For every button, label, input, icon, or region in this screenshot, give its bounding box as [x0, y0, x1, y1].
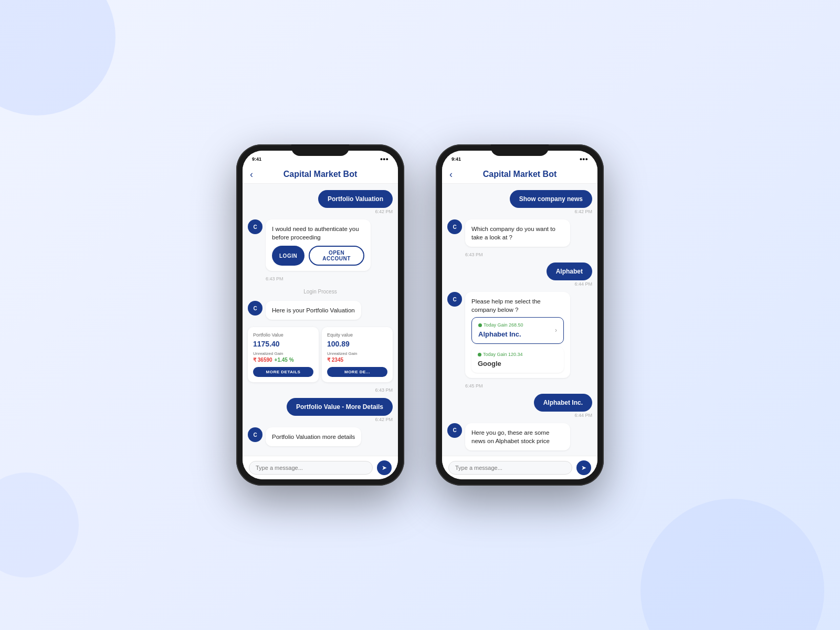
notch-1 — [291, 144, 349, 156]
company-card-alphabet[interactable]: Today Gain 268.50 Alphabet Inc. › — [471, 317, 564, 344]
card2-value: 100.89 — [327, 340, 387, 348]
bubble-portfolio-text: Here is your Portfolio Valuation — [266, 301, 361, 320]
back-button-2[interactable]: ‹ — [449, 169, 453, 180]
bot-avatar-2: C — [248, 301, 262, 316]
msg-more-details: Portfolio Value - More Details 6:42 PM — [248, 398, 393, 423]
msg-portfolio-text-row: C Here is your Portfolio Valuation — [248, 301, 393, 320]
user-btn-alphabet-inc: Alphabet Inc. — [534, 394, 592, 412]
alphabet-gain-dot — [478, 323, 482, 327]
company-card-google-row: Today Gain 120.34 Google — [478, 351, 558, 369]
bg-decoration-tl — [0, 0, 116, 116]
portfolio-card-1: Portfolio Value 1175.40 Unrealized Gain … — [248, 327, 319, 382]
google-gain-text: Today Gain 120.34 — [483, 351, 523, 358]
alphabet-gain-text: Today Gain 268.50 — [484, 322, 523, 329]
alphabet-chevron: › — [555, 326, 557, 335]
user-btn-portfolio: Portfolio Valuation — [318, 190, 393, 208]
chat-area-1: Portfolio Valuation 6:42 PM C I would ne… — [243, 184, 398, 456]
chat-area-2: Show company news 6:42 PM C Which compan… — [442, 184, 597, 456]
bubble-auth: I would need to authenticate you before … — [266, 219, 371, 271]
message-input-1[interactable] — [249, 461, 373, 475]
status-time-1: 9:41 — [252, 156, 261, 162]
msg-more-details-bot-row: C Portfolio Valuation more details — [248, 427, 393, 446]
status-icons-2: ●●● — [580, 156, 588, 162]
phones-container: 9:41 ●●● ‹ Capital Market Bot Portfolio … — [236, 144, 604, 486]
send-button-1[interactable]: ➤ — [377, 460, 392, 475]
phone-2: 9:41 ●●● ‹ Capital Market Bot Show compa… — [436, 144, 604, 486]
msg-portfolio-valuation: Portfolio Valuation 6:42 PM — [248, 190, 393, 215]
app-header-1: ‹ Capital Market Bot — [243, 165, 398, 184]
google-gain-dot — [478, 353, 481, 356]
user-btn-alphabet: Alphabet — [547, 262, 592, 280]
portfolio-cards: Portfolio Value 1175.40 Unrealized Gain … — [248, 327, 393, 382]
msg-alphabet-inc: Alphabet Inc. 6:44 PM — [447, 394, 592, 419]
card2-gain-label: Unrealized Gain — [327, 351, 387, 356]
card1-gain-pct: +1.45 % — [275, 357, 294, 363]
company-card-alphabet-row: Today Gain 268.50 Alphabet Inc. › — [478, 322, 557, 339]
msg-company-news: Show company news 6:42 PM — [447, 190, 592, 215]
auth-text: I would need to authenticate you before … — [272, 226, 359, 240]
card2-more-btn[interactable]: MORE DE... — [327, 367, 387, 377]
login-process-divider: Login Process — [248, 289, 393, 295]
bot-avatar-p2-3: C — [447, 423, 462, 438]
card1-gain-row: ₹ 36590 +1.45 % — [253, 357, 313, 363]
bot-avatar-p2-2: C — [447, 292, 462, 307]
msg-auth-row: C I would need to authenticate you befor… — [248, 219, 393, 271]
msg-select-company-row: C Please help me select the company belo… — [447, 292, 592, 378]
status-time-2: 9:41 — [452, 156, 461, 162]
timestamp-company-news: 6:42 PM — [574, 209, 592, 214]
timestamp-which-company: 6:43 PM — [465, 252, 592, 257]
portfolio-card-2: Equity value 100.89 Unrealized Gain ₹ 23… — [322, 327, 393, 382]
phone-1-inner: 9:41 ●●● ‹ Capital Market Bot Portfolio … — [243, 151, 398, 479]
msg-which-company-row: C Which company do you want to take a lo… — [447, 219, 592, 247]
timestamp-select-company: 6:45 PM — [465, 383, 592, 388]
bubble-which-company: Which company do you want to take a look… — [465, 219, 570, 247]
msg-alphabet: Alphabet 6:44 PM — [447, 262, 592, 288]
phone-1: 9:41 ●●● ‹ Capital Market Bot Portfolio … — [236, 144, 404, 486]
card1-gain-val: ₹ 36590 — [253, 357, 272, 363]
bot-avatar-1: C — [248, 219, 262, 234]
timestamp-portfolio: 6:42 PM — [375, 209, 393, 214]
card1-more-btn[interactable]: MORE DETAILS — [253, 367, 313, 377]
login-button[interactable]: LOGIN — [272, 246, 304, 266]
msg-news-row: C Here you go, these are some news on Al… — [447, 423, 592, 450]
phone-2-inner: 9:41 ●●● ‹ Capital Market Bot Show compa… — [442, 151, 597, 479]
notch-2 — [491, 144, 549, 156]
user-btn-more-details: Portfolio Value - More Details — [287, 398, 393, 416]
select-company-text: Please help me select the company below … — [471, 298, 541, 313]
bubble-news: Here you go, these are some news on Alph… — [465, 423, 570, 450]
timestamp-more-details: 6:42 PM — [375, 417, 393, 422]
card2-gain-row: ₹ 2345 — [327, 357, 387, 363]
bubble-more-details: Portfolio Valuation more details — [266, 427, 361, 446]
card1-label: Portfolio Value — [253, 332, 313, 338]
google-gain-label: Today Gain 120.34 — [478, 351, 523, 358]
company-card-google[interactable]: Today Gain 120.34 Google — [471, 347, 564, 373]
company-alphabet-info: Today Gain 268.50 Alphabet Inc. — [478, 322, 523, 339]
bot-avatar-3: C — [248, 427, 262, 442]
send-button-2[interactable]: ➤ — [576, 460, 591, 475]
app-title-1: Capital Market Bot — [284, 170, 357, 179]
alphabet-gain-label: Today Gain 268.50 — [478, 322, 523, 329]
card2-gain-val: ₹ 2345 — [327, 357, 343, 363]
timestamp-alphabet: 6:44 PM — [574, 281, 592, 287]
input-bar-2: ➤ — [442, 456, 597, 479]
company-google-info: Today Gain 120.34 Google — [478, 351, 523, 369]
timestamp-cards: 6:43 PM — [248, 387, 393, 393]
bg-decoration-br — [640, 499, 824, 630]
open-account-button[interactable]: OPEN ACCOUNT — [309, 246, 364, 266]
status-icons-1: ●●● — [380, 156, 388, 162]
card1-value: 1175.40 — [253, 340, 313, 348]
bubble-select-company: Please help me select the company below … — [465, 292, 570, 378]
back-button-1[interactable]: ‹ — [250, 169, 253, 180]
alphabet-name: Alphabet Inc. — [478, 330, 523, 339]
card1-gain-label: Unrealized Gain — [253, 351, 313, 356]
google-name: Google — [478, 359, 523, 369]
app-header-2: ‹ Capital Market Bot — [442, 165, 597, 184]
message-input-2[interactable] — [448, 461, 572, 475]
user-btn-company-news: Show company news — [510, 190, 592, 208]
timestamp-auth: 6:43 PM — [266, 276, 393, 281]
bg-decoration-bl — [0, 472, 79, 578]
bot-avatar-p2-1: C — [447, 219, 462, 234]
login-buttons: LOGIN OPEN ACCOUNT — [272, 246, 364, 266]
input-bar-1: ➤ — [243, 456, 398, 479]
timestamp-alphabet-inc: 6:44 PM — [574, 413, 592, 418]
